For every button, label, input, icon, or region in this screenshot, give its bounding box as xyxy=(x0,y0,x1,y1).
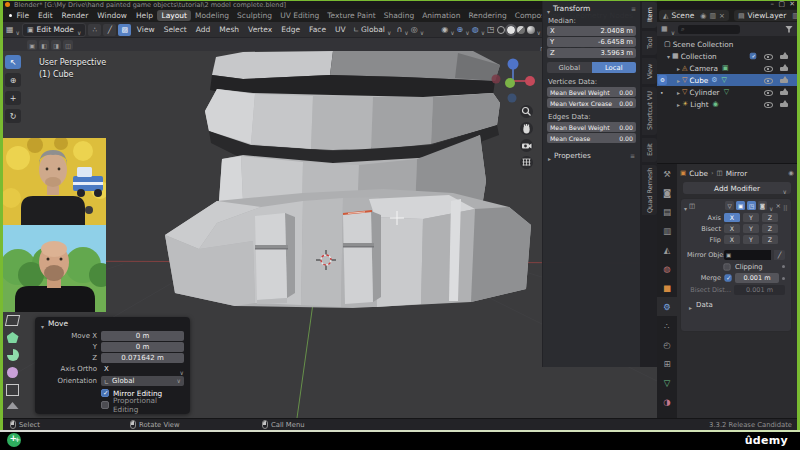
solid-shading-icon[interactable] xyxy=(507,26,515,34)
scene-tab-icon[interactable]: ◭ xyxy=(657,240,677,259)
rendered-shading-icon[interactable] xyxy=(527,26,535,34)
transform-collapse-icon[interactable] xyxy=(547,0,550,18)
properties-collapse-icon[interactable] xyxy=(548,146,551,165)
global-space-button[interactable]: Global xyxy=(547,62,592,73)
clipping-animate-dot-icon[interactable] xyxy=(782,265,785,268)
select-box-tool[interactable]: ↖ xyxy=(5,55,21,69)
proportional-editing-icon[interactable]: ◎ xyxy=(411,25,418,34)
cylinder-expand-icon[interactable] xyxy=(677,88,680,97)
pan-view-button[interactable] xyxy=(520,122,533,135)
gizmo-x-axis[interactable] xyxy=(525,76,535,86)
xray-toggle-icon[interactable]: ◳ xyxy=(487,25,495,34)
merge-threshold-field[interactable]: 0.001 m xyxy=(735,273,779,283)
workspace-tab-animation[interactable]: Animation xyxy=(418,10,464,21)
material-shading-icon[interactable] xyxy=(517,26,525,34)
cube-expand-icon[interactable] xyxy=(677,76,680,85)
object-data-tab-icon[interactable]: ▽ xyxy=(657,373,677,392)
menu-vertex[interactable]: Vertex xyxy=(245,25,276,34)
flip-x-button[interactable]: X xyxy=(724,235,740,244)
workspace-tab-rendering[interactable]: Rendering xyxy=(464,10,510,21)
camera-eye-icon[interactable] xyxy=(764,64,773,73)
gizmo-z-neg-axis[interactable] xyxy=(508,94,517,103)
light-eye-icon[interactable] xyxy=(764,100,773,109)
select-extend-icon[interactable]: ◧ xyxy=(39,40,49,50)
outliner-row-cylinder[interactable]: • ▽ Cylinder ▽ xyxy=(657,86,797,98)
select-subtract-icon[interactable]: ◨ xyxy=(51,40,61,50)
maximize-button[interactable]: ▢ xyxy=(778,0,785,9)
proportional-editing-checkbox[interactable] xyxy=(101,401,109,409)
active-tool-gizmo-icon[interactable]: ◉ xyxy=(441,25,448,34)
menu-render[interactable]: Render xyxy=(57,9,93,22)
modifier-drag-icon[interactable] xyxy=(783,196,788,215)
select-set-icon[interactable]: ▣ xyxy=(27,40,37,50)
cylinder-eye-icon[interactable] xyxy=(764,88,773,97)
breadcrumb-modifier-name[interactable]: Mirror xyxy=(726,169,748,178)
mean-vertex-crease-field[interactable]: Mean Vertex Crease0.00 xyxy=(547,98,636,108)
tab-edit[interactable]: Edit xyxy=(642,138,657,162)
menu-edit[interactable]: Edit xyxy=(34,9,58,22)
pin-icon[interactable]: ◉ xyxy=(700,12,706,20)
camera-expand-icon[interactable] xyxy=(677,64,680,73)
move-x-field[interactable]: 0 m xyxy=(101,331,184,341)
properties-drag-icon[interactable]: ≡ xyxy=(630,152,635,159)
modifier-edit-cage-toggle[interactable]: ▽ xyxy=(725,201,734,210)
cursor-tool[interactable]: ⊕ xyxy=(5,73,21,87)
mean-crease-field[interactable]: Mean Crease0.00 xyxy=(547,133,636,143)
mirror-object-field[interactable]: ▣ xyxy=(724,250,771,260)
modifier-collapse-icon[interactable] xyxy=(684,196,687,215)
output-tab-icon[interactable]: ▤ xyxy=(657,202,677,221)
move-tool[interactable]: + xyxy=(5,91,21,105)
menu-face[interactable]: Face xyxy=(306,25,330,34)
breadcrumb-object-name[interactable]: Cube xyxy=(689,169,708,178)
viewlayer-selector[interactable]: ▤ ViewLayer ▥ × xyxy=(734,10,800,21)
workspace-tab-texture-paint[interactable]: Texture Paint xyxy=(323,10,379,21)
tab-item[interactable]: Item xyxy=(642,2,657,28)
close-button[interactable]: ✕ xyxy=(789,0,795,9)
edge-select-button[interactable]: ╱ xyxy=(103,24,116,36)
measure-tool-icon[interactable] xyxy=(7,402,19,409)
collection-eye-icon[interactable] xyxy=(764,52,773,61)
collection-expand-icon[interactable] xyxy=(667,52,670,61)
modifier-render-toggle[interactable]: ◙ xyxy=(758,201,767,210)
menu-view[interactable]: View xyxy=(133,25,158,34)
outliner-row-scene-collection[interactable]: ▢ Scene Collection xyxy=(657,38,797,50)
clipping-checkbox[interactable] xyxy=(723,263,730,270)
smooth-tool-icon[interactable] xyxy=(7,367,18,378)
mirror-editing-checkbox[interactable] xyxy=(101,389,109,397)
light-camera-restrict-icon[interactable] xyxy=(780,100,789,108)
panel-collapse-icon[interactable] xyxy=(41,314,44,333)
data-subpanel-expand-icon[interactable] xyxy=(689,295,692,314)
outliner-search-input[interactable]: ⌕ xyxy=(678,25,740,34)
overlays-icon[interactable]: ◍ xyxy=(472,25,479,34)
object-tab-icon[interactable]: ■ xyxy=(657,278,677,297)
modifier-close-icon[interactable]: × xyxy=(775,202,780,210)
menu-mesh[interactable]: Mesh xyxy=(216,25,243,34)
axis-y-button[interactable]: Y xyxy=(743,213,759,222)
material-tab-icon[interactable]: ◑ xyxy=(657,392,677,411)
workspace-tab-sculpting[interactable]: Sculpting xyxy=(233,10,276,21)
move-operator-panel[interactable]: Move Move X 0 m Y 0 m Z 0.071642 m Axis … xyxy=(35,317,190,414)
wireframe-shading-icon[interactable] xyxy=(497,26,505,34)
menu-add[interactable]: Add xyxy=(192,25,214,34)
tool-tab-icon[interactable]: ⚒ xyxy=(657,164,677,183)
collection-camera-restrict-icon[interactable] xyxy=(780,52,789,60)
local-space-button[interactable]: Local xyxy=(592,62,637,73)
outliner-row-cube[interactable]: ⚙ ▽ Cube ⚙ ▽ xyxy=(657,74,797,86)
world-tab-icon[interactable]: ◍ xyxy=(657,259,677,278)
axis-x-button[interactable]: X xyxy=(724,213,740,222)
camera-view-button[interactable] xyxy=(520,139,533,152)
gizmo-y-axis[interactable] xyxy=(505,78,515,88)
show-gizmo-icon[interactable]: ⊕ xyxy=(457,25,464,34)
add-modifier-button[interactable]: Add Modifier xyxy=(683,182,791,194)
outliner-row-collection[interactable]: ▦ Collection xyxy=(657,50,797,62)
modifiers-tab-icon[interactable]: ⚙ xyxy=(657,297,677,316)
inset-faces-tool-icon[interactable] xyxy=(5,315,20,326)
rotate-tool[interactable]: ↻ xyxy=(5,109,21,123)
gizmo-x-neg-axis[interactable] xyxy=(492,75,501,84)
modifier-editmode-toggle[interactable]: ▣ xyxy=(736,201,745,210)
poly-build-tool-icon[interactable] xyxy=(7,332,19,343)
tab-quad-remesh[interactable]: Quad Remesh xyxy=(642,165,657,215)
light-expand-icon[interactable] xyxy=(677,100,680,109)
mean-bevel-weight-v-field[interactable]: Mean Bevel Weight0.00 xyxy=(547,87,636,97)
spin-tool-icon[interactable] xyxy=(7,349,19,361)
